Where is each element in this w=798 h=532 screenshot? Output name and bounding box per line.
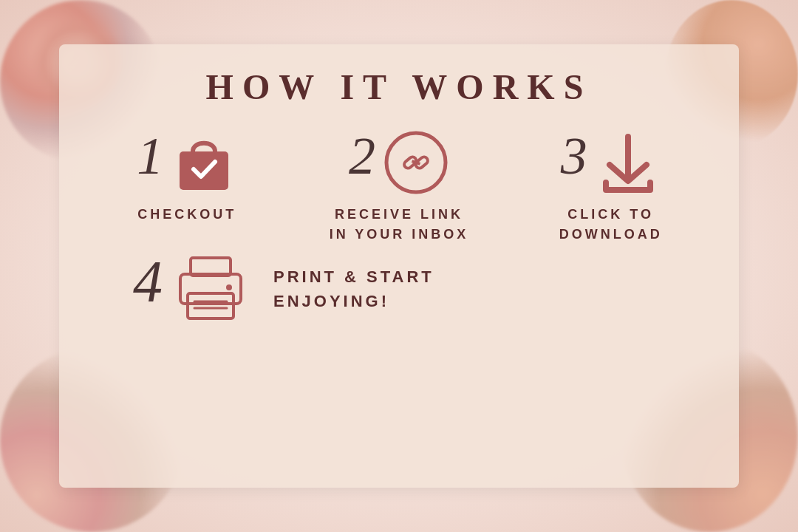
step-4: 4 PRINT & START ENJOYING! [133, 252, 434, 326]
step-4-number: 4 [133, 252, 163, 311]
step-4-label: PRINT & START ENJOYING! [273, 265, 434, 313]
step-1-number: 1 [137, 129, 163, 183]
svg-rect-8 [188, 293, 233, 318]
svg-point-11 [226, 284, 232, 290]
step-1-label: CHECKOUT [137, 205, 236, 225]
step-2: 2 RECEIVE LINK IN YOUR INBOX [301, 129, 498, 245]
step-3-top: 3 [561, 129, 661, 196]
page-title: HOW IT WORKS [206, 66, 593, 107]
link-circle-icon [383, 129, 449, 196]
steps-row-bottom: 4 PRINT & START ENJOYING! [89, 252, 709, 326]
step-1-top: 1 [137, 129, 237, 196]
steps-row-top: 1 CHECKOUT 2 [89, 129, 709, 245]
step-2-label: RECEIVE LINK IN YOUR INBOX [330, 205, 469, 245]
step-2-number: 2 [349, 129, 375, 183]
download-icon [595, 129, 661, 196]
svg-rect-7 [180, 274, 241, 304]
step-2-top: 2 [349, 129, 449, 196]
printer-icon [170, 252, 251, 326]
step-1: 1 CHECKOUT [89, 129, 286, 225]
shopping-bag-icon [171, 129, 237, 196]
step-3: 3 CLICK TO DOWNLOAD [512, 129, 709, 245]
step-4-left: 4 [133, 252, 251, 326]
step-3-label: CLICK TO DOWNLOAD [559, 205, 663, 245]
main-card: HOW IT WORKS 1 CHECKOUT 2 [59, 44, 739, 488]
step-3-number: 3 [561, 129, 587, 183]
